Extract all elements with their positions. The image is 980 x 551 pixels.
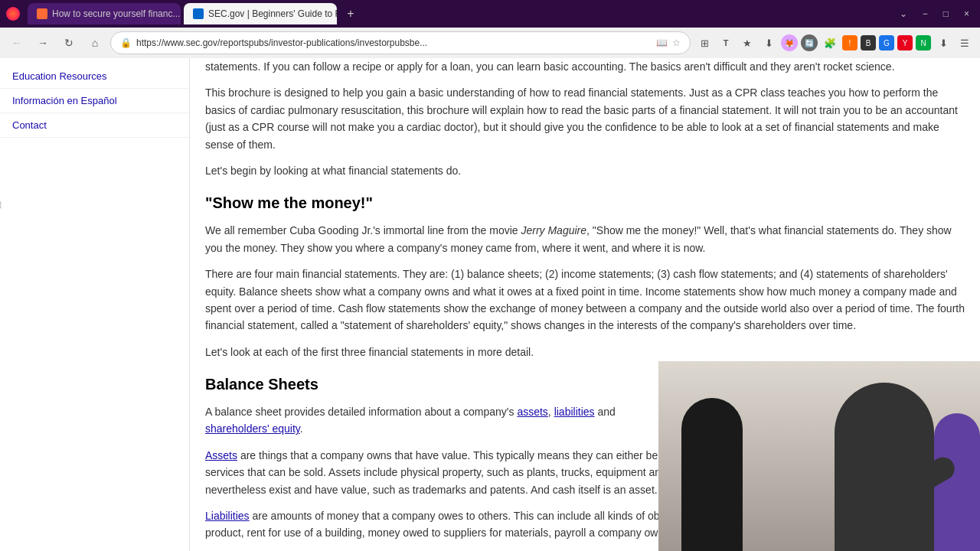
security-icon: 🔒 (120, 37, 132, 48)
addon-5-icon[interactable]: N (916, 35, 931, 51)
browser-chrome: How to secure yourself financ... × SEC.g… (0, 0, 980, 58)
addon-3-icon[interactable]: G (879, 35, 894, 51)
window-controls: ⌄ − □ × (895, 7, 974, 21)
intro-text-1: statements. If you can follow a recipe o… (205, 58, 965, 75)
new-tab-button[interactable]: + (340, 3, 361, 24)
tab-2[interactable]: SEC.gov | Beginners' Guide to F... × (184, 3, 337, 24)
reader-mode-icon: 📖 (656, 37, 668, 48)
chevron-down-icon[interactable]: ⌄ (895, 7, 912, 21)
maximize-button[interactable]: □ (939, 7, 953, 21)
extensions-icon[interactable]: 🧩 (821, 34, 839, 52)
download-icon[interactable]: ⬇ (934, 34, 952, 52)
and-text: and (597, 406, 615, 418)
video-overlay[interactable] (658, 361, 980, 551)
main-content: statements. If you can follow a recipe o… (190, 58, 980, 551)
minimize-button[interactable]: − (918, 7, 933, 21)
shareholders-equity-link[interactable]: shareholders' equity (205, 422, 300, 435)
menu-icon[interactable]: ☰ (956, 34, 974, 52)
close-button[interactable]: × (959, 7, 974, 21)
section1-para1: We all remember Cuba Gooding Jr.'s immor… (205, 222, 965, 256)
container-icon[interactable]: ⊞ (695, 34, 714, 52)
intro-text-3: Let's begin by looking at what financial… (205, 162, 965, 179)
liabilities-def-link[interactable]: Liabilities (205, 510, 250, 522)
bookmark-icon[interactable]: ☆ (672, 37, 681, 48)
addon-1-icon[interactable]: ! (842, 35, 858, 51)
liabilities-link[interactable]: liabilities (554, 406, 595, 418)
section1-para3: Let's look at each of the first three fi… (205, 344, 965, 360)
pocket-icon[interactable]: ⬇ (760, 34, 778, 52)
tab2-favicon (193, 8, 204, 19)
refresh-button[interactable]: ↻ (58, 32, 80, 54)
tab2-label: SEC.gov | Beginners' Guide to F... (208, 8, 337, 19)
forward-button[interactable]: → (32, 32, 54, 54)
nav-end-icons: ⊞ T ★ ⬇ 🦊 🔄 🧩 ! B G Y N ⬇ ☰ (695, 34, 974, 52)
addon-4-icon[interactable]: Y (897, 35, 913, 51)
profile-icon[interactable]: 🦊 (781, 34, 798, 51)
assets-link[interactable]: assets (517, 406, 547, 418)
sidebar-item-education[interactable]: Education Resources (0, 64, 189, 89)
sidebar: Education Resources Información en Españ… (0, 58, 190, 551)
translate-icon[interactable]: T (717, 34, 735, 52)
sidebar-item-contact[interactable]: Contact (0, 113, 189, 138)
bookmark-star-icon[interactable]: ★ (738, 34, 756, 52)
tab-bar: How to secure yourself financ... × SEC.g… (0, 0, 980, 28)
sidebar-item-espanol[interactable]: Información en Español (0, 89, 189, 113)
video-content (658, 361, 980, 551)
browser-icon (6, 7, 20, 21)
scroll-left-indicator: ◁ (0, 199, 1, 210)
page-content: Education Resources Información en Españ… (0, 58, 980, 551)
back-button[interactable]: ← (6, 32, 28, 54)
sync-icon[interactable]: 🔄 (801, 34, 818, 51)
url-text: https://www.sec.gov/reportspubs/investor… (136, 37, 652, 48)
intro-text-2: This brochure is designed to help you ga… (205, 84, 965, 153)
url-bar[interactable]: 🔒 https://www.sec.gov/reportspubs/invest… (110, 31, 691, 54)
tab-1[interactable]: How to secure yourself financ... × (28, 3, 181, 24)
tab1-label: How to secure yourself financ... (52, 8, 180, 19)
tab1-favicon (37, 8, 47, 19)
nav-bar: ← → ↻ ⌂ 🔒 https://www.sec.gov/reportspub… (0, 28, 980, 58)
section1-heading: "Show me the money!" (205, 191, 965, 214)
assets-def-link[interactable]: Assets (205, 449, 237, 461)
section1-para2: There are four main financial statements… (205, 266, 965, 334)
addon-2-icon[interactable]: B (861, 35, 876, 51)
home-button[interactable]: ⌂ (84, 32, 106, 54)
movie-title: Jerry Maguire (521, 224, 586, 236)
